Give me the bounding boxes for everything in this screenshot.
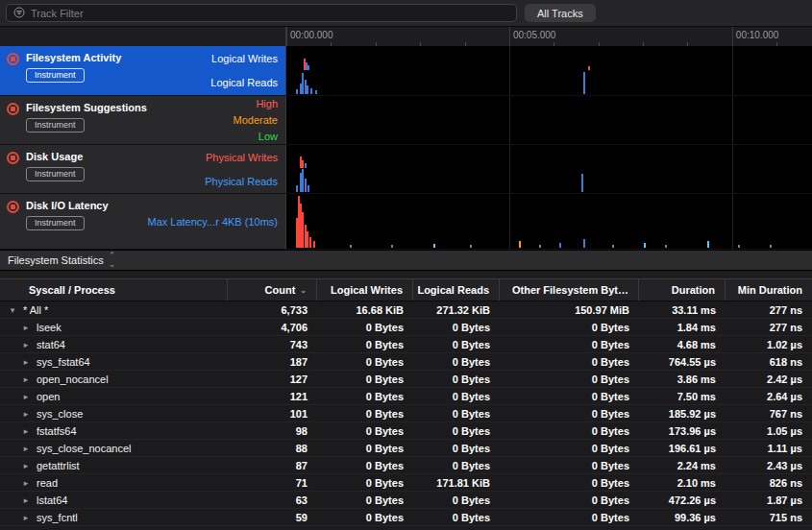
value-cell: 127: [228, 373, 317, 385]
table-row-lstat64[interactable]: ▸lstat64630 Bytes0 Bytes0 Bytes472.26 µs…: [0, 492, 812, 509]
value-cell: 99.36 µs: [639, 512, 726, 523]
filesystem-suggestions-instrument-icon: [7, 103, 19, 115]
column-header-count[interactable]: Count⌄: [228, 279, 317, 301]
table-row-fstatfs64[interactable]: ▸fstatfs64980 Bytes0 Bytes0 Bytes173.96 …: [0, 422, 812, 440]
graph-spike: [581, 174, 583, 192]
track-header-filesystem-activity[interactable]: Filesystem ActivityInstrumentLogical Wri…: [0, 46, 286, 95]
value-cell: 0 Bytes: [413, 322, 500, 333]
syscall-cell: ▸stat64: [0, 339, 228, 350]
track-header-disk-i-o-latency[interactable]: Disk I/O LatencyInstrumentMax Latency...…: [0, 194, 286, 249]
syscall-cell: ▸getattrlist: [0, 460, 228, 471]
track-title: Disk Usage: [26, 151, 85, 162]
value-cell: 0 Bytes: [500, 391, 639, 402]
syscall-name: lstat64: [37, 494, 67, 506]
track-graph-disk-usage[interactable]: [286, 145, 812, 193]
graph-spike: [738, 245, 740, 248]
column-header-logical-reads[interactable]: Logical Reads: [413, 279, 500, 301]
value-cell: 0 Bytes: [317, 494, 413, 506]
graph-spike: [313, 241, 315, 248]
table-row-open[interactable]: ▸open1210 Bytes0 Bytes0 Bytes7.50 ms2.64…: [0, 388, 812, 405]
table-row-stat64[interactable]: ▸stat647430 Bytes0 Bytes0 Bytes4.68 ms1.…: [0, 336, 812, 353]
track-disk-i-o-latency[interactable]: Disk I/O LatencyInstrumentMax Latency...…: [0, 194, 812, 250]
value-cell: 0 Bytes: [413, 443, 500, 454]
track-disk-usage[interactable]: Disk UsageInstrumentPhysical WritesPhysi…: [0, 145, 812, 194]
table-row-open-nocancel[interactable]: ▸open_nocancel1270 Bytes0 Bytes0 Bytes3.…: [0, 371, 812, 388]
table-row-sys-close-nocancel[interactable]: ▸sys_close_nocancel880 Bytes0 Bytes0 Byt…: [0, 440, 812, 457]
table-row-lseek[interactable]: ▸lseek4,7060 Bytes0 Bytes0 Bytes1.84 ms2…: [0, 319, 812, 336]
value-cell: 150.97 MiB: [500, 304, 639, 316]
timeline-row: 00:00.00000:05.00000:10.000: [0, 27, 812, 46]
syscall-cell: ▸fstatfs64: [0, 425, 228, 437]
lane-label-logical-reads: Logical Reads: [210, 71, 278, 96]
track-filter-input[interactable]: [31, 8, 509, 19]
sort-indicator-icon: ⌄: [300, 286, 307, 295]
lane-label-low: Low: [234, 128, 278, 144]
track-graph-disk-i-o-latency[interactable]: [286, 194, 812, 249]
syscall-cell: ▸open: [0, 391, 228, 402]
graph-spike: [583, 72, 585, 94]
value-cell: 173.96 µs: [639, 425, 726, 437]
graph-spike: [433, 244, 435, 248]
value-cell: 743: [228, 339, 317, 350]
disclosure-triangle[interactable]: ▸: [21, 323, 31, 332]
disclosure-triangle[interactable]: ▸: [21, 409, 31, 419]
graph-lane: [286, 46, 812, 71]
value-cell: 0 Bytes: [413, 494, 500, 506]
value-cell: 0 Bytes: [317, 339, 413, 350]
value-cell: 2.42 µs: [726, 373, 812, 385]
value-cell: 0 Bytes: [413, 425, 500, 437]
column-header-min-duration[interactable]: Min Duration: [726, 279, 812, 301]
value-cell: 0 Bytes: [413, 460, 500, 471]
graph-lane: [286, 145, 812, 169]
disclosure-triangle[interactable]: ▸: [21, 444, 31, 453]
graph-lane: [286, 194, 812, 249]
disk-usage-instrument-icon: [7, 152, 19, 164]
value-cell: 0 Bytes: [500, 408, 639, 420]
table-row-sys-fcntl[interactable]: ▸sys_fcntl590 Bytes0 Bytes0 Bytes99.36 µ…: [0, 509, 812, 526]
disclosure-triangle[interactable]: ▸: [21, 513, 31, 522]
detail-view-selector[interactable]: Filesystem Statistics: [8, 254, 104, 266]
track-filter-field[interactable]: [6, 4, 517, 22]
graph-lane: [286, 112, 812, 129]
table-row-read[interactable]: ▸read710 Bytes171.81 KiB0 Bytes2.10 ms82…: [0, 474, 812, 492]
timeline-tick: [509, 27, 510, 46]
track-graph-filesystem-suggestions[interactable]: [286, 96, 812, 144]
column-header-other-filesystem-byt[interactable]: Other Filesystem Byt…: [500, 279, 639, 301]
disclosure-triangle[interactable]: ▸: [21, 374, 31, 384]
table-row-getattrlist[interactable]: ▸getattrlist870 Bytes0 Bytes0 Bytes2.24 …: [0, 457, 812, 474]
disclosure-triangle[interactable]: ▸: [21, 461, 31, 470]
disclosure-triangle[interactable]: ▸: [21, 357, 31, 367]
value-cell: 0 Bytes: [317, 460, 413, 471]
statistics-table-header: Syscall / ProcessCount⌄Logical WritesLog…: [0, 278, 812, 301]
value-cell: 618 ns: [726, 356, 812, 368]
disclosure-triangle[interactable]: ▸: [21, 340, 31, 349]
toolbar: All Tracks: [0, 0, 812, 27]
track-header-filesystem-suggestions[interactable]: Filesystem SuggestionsInstrumentHighMode…: [0, 96, 286, 144]
timeline-tick: [286, 27, 287, 46]
graph-spike: [307, 231, 308, 248]
disclosure-triangle[interactable]: ▸: [21, 495, 31, 505]
syscall-name: sys_fstat64: [37, 356, 90, 368]
instrument-badge: Instrument: [26, 118, 85, 132]
table-row-sys-fstat64[interactable]: ▸sys_fstat641870 Bytes0 Bytes0 Bytes764.…: [0, 353, 812, 371]
track-header-disk-usage[interactable]: Disk UsageInstrumentPhysical WritesPhysi…: [0, 145, 286, 193]
track-filesystem-activity[interactable]: Filesystem ActivityInstrumentLogical Wri…: [0, 46, 812, 96]
value-cell: 0 Bytes: [500, 494, 639, 506]
timeline-ruler[interactable]: 00:00.00000:05.00000:10.000: [286, 27, 812, 46]
disclosure-triangle[interactable]: ▸: [21, 426, 31, 436]
track-filesystem-suggestions[interactable]: Filesystem SuggestionsInstrumentHighMode…: [0, 96, 812, 145]
disclosure-triangle[interactable]: ▸: [21, 478, 31, 488]
table-row-all[interactable]: ▾* All *6,73316.68 KiB271.32 KiB150.97 M…: [0, 301, 812, 319]
graph-spike: [470, 245, 472, 248]
disclosure-triangle[interactable]: ▾: [8, 305, 17, 315]
disclosure-triangle[interactable]: ▸: [21, 392, 31, 401]
detail-view-bar[interactable]: Filesystem Statistics ⌃⌄: [0, 250, 812, 271]
track-graph-filesystem-activity[interactable]: [286, 46, 812, 95]
value-cell: 0 Bytes: [413, 356, 500, 368]
column-header-duration[interactable]: Duration: [639, 279, 726, 301]
table-row-sys-close[interactable]: ▸sys_close1010 Bytes0 Bytes0 Bytes185.92…: [0, 405, 812, 422]
all-tracks-button[interactable]: All Tracks: [525, 4, 596, 22]
column-header-syscall-process[interactable]: Syscall / Process: [0, 279, 228, 301]
value-cell: 277 ns: [726, 322, 812, 333]
column-header-logical-writes[interactable]: Logical Writes: [317, 279, 413, 301]
